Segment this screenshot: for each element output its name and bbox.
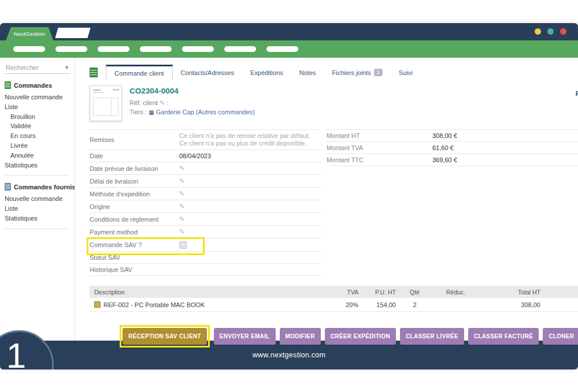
other-orders-link[interactable]: (Autres commandes) xyxy=(196,109,255,115)
montant-ttc-value: 369,60 € xyxy=(432,156,457,163)
window-controls xyxy=(535,28,566,35)
order-reference: CO2304-0004 xyxy=(129,87,255,96)
product-link[interactable]: REF-002 - PC Portable MAC BOOK xyxy=(103,301,205,308)
sidebar-section-commandes: Commandes Nouvelle commande Liste Brouil… xyxy=(5,81,75,176)
tab-suivi[interactable]: Suivi xyxy=(391,65,421,80)
field-row-historique-sav: Historique SAV xyxy=(90,264,321,276)
nav-pill-placeholder[interactable] xyxy=(140,46,172,52)
tab-commande-client[interactable]: Commande client xyxy=(106,65,173,80)
edit-pencil-icon[interactable]: ✎ xyxy=(160,98,165,107)
table-row: REF-002 - PC Portable MAC BOOK 20% 154,0… xyxy=(90,298,578,312)
nav-pill-placeholder[interactable] xyxy=(266,46,298,52)
sidebar-item-annulee[interactable]: Annulée xyxy=(5,151,75,160)
line-pu-ht: 154,00 xyxy=(358,301,396,308)
sidebar-section-commandes-fournisseurs: Commandes fournis... Nouvelle commande L… xyxy=(5,183,75,229)
tab-fichiers-joints[interactable]: Fichiers joints 1 xyxy=(324,65,391,80)
chevron-down-icon: ▼ xyxy=(64,65,69,70)
tab-bar: Commande client Contacts/Adresses Expédi… xyxy=(90,65,578,80)
sidebar-item-livree[interactable]: Livrée xyxy=(5,141,75,151)
field-row-date: Date 08/04/2023 xyxy=(90,150,321,162)
creer-expedition-button[interactable]: CRÉER EXPÉDITION xyxy=(325,328,396,345)
order-header: CO2304-0004 Réf. client ✎ : Tiers : ▦ Ga… xyxy=(90,85,578,121)
search-combobox[interactable]: Rechercher ▼ xyxy=(5,62,71,74)
field-row-payment-method: Payment method ✎ xyxy=(90,226,321,238)
sidebar-item-statistiques[interactable]: Statistiques xyxy=(5,160,75,170)
field-row-delai-livraison: Délai de livraison ✎ xyxy=(90,175,321,188)
envoyer-email-button[interactable]: ENVOYER EMAIL xyxy=(214,328,276,345)
minimize-dot-icon[interactable] xyxy=(535,28,541,35)
field-row-remises: Remises Ce client n'a pas de remise rela… xyxy=(90,129,321,150)
montant-ht-value: 308,00 € xyxy=(432,132,457,139)
sidebar-item-en-cours[interactable]: En cours xyxy=(5,131,75,141)
nav-pill-placeholder[interactable] xyxy=(224,46,256,52)
remises-info-line2: Ce client n'a pas ou plus de crédit disp… xyxy=(179,140,306,147)
maximize-dot-icon[interactable] xyxy=(547,28,554,35)
sav-checkbox[interactable]: ✓ xyxy=(179,241,187,249)
edit-pencil-icon[interactable]: ✎ xyxy=(179,215,184,223)
order-fields-table: Remises Ce client n'a pas de remise rela… xyxy=(90,129,321,276)
edit-pencil-icon[interactable]: ✎ xyxy=(179,203,184,210)
amount-row-ht: Montant HT 308,00 € xyxy=(327,129,578,142)
montant-tva-value: 61,60 € xyxy=(432,144,454,151)
sidebar-item-nouvelle-commande[interactable]: Nouvelle commande xyxy=(5,92,75,102)
sidebar-divider xyxy=(5,175,68,176)
third-party-link[interactable]: Garderie Cap xyxy=(156,109,194,115)
line-total-ht: 308,00 xyxy=(465,301,540,308)
lines-header-row: Description TVA P.U. HT Qté Réduc. Total… xyxy=(90,286,578,298)
field-row-statut-sav: Statut SAV xyxy=(90,252,321,264)
classer-facture-button[interactable]: CLASSER FACTURÉ xyxy=(468,328,539,345)
amount-row-tva: Montant TVA 61,60 € xyxy=(327,142,578,154)
field-row-date-prevue: Date prévue de livraison ✎ xyxy=(90,162,321,175)
sidebar-item-nouvelle-commande-fournisseur[interactable]: Nouvelle commande xyxy=(5,194,75,204)
classer-livree-button[interactable]: CLASSER LIVRÉE xyxy=(400,328,464,345)
tab-notes[interactable]: Notes xyxy=(291,65,324,80)
reception-sav-client-button[interactable]: RÉCEPTION SAV CLIENT xyxy=(123,328,207,345)
nav-pill-placeholder[interactable] xyxy=(55,46,87,52)
nav-pill-placeholder[interactable] xyxy=(13,46,45,52)
tiers-line: Tiers : ▦ Garderie Cap (Autres commandes… xyxy=(129,107,255,117)
nav-pill-placeholder[interactable] xyxy=(182,46,214,52)
field-row-commande-sav: Commande SAV ? ✓ xyxy=(90,238,321,252)
action-buttons-bar: RÉCEPTION SAV CLIENT ENVOYER EMAIL MODIF… xyxy=(120,325,578,348)
field-row-methode-expedition: Méthode d'expédition ✎ xyxy=(90,188,321,200)
sidebar-section-title[interactable]: Commandes fournis... xyxy=(5,183,75,191)
edit-pencil-icon[interactable]: ✎ xyxy=(179,165,184,172)
brand-tab[interactable]: NextGestion xyxy=(6,27,53,40)
sidebar: Rechercher ▼ Commandes Nouvelle commande… xyxy=(0,58,75,341)
line-qty: 2 xyxy=(396,301,433,308)
edit-pencil-icon[interactable]: ✎ xyxy=(179,190,184,197)
close-dot-icon[interactable] xyxy=(560,28,566,35)
order-date-value: 08/04/2023 xyxy=(176,152,211,159)
document-thumbnail[interactable] xyxy=(90,85,122,121)
tab-expeditions[interactable]: Expéditions xyxy=(242,65,291,80)
sidebar-item-brouillon[interactable]: Brouillon xyxy=(5,112,75,122)
search-placeholder: Rechercher xyxy=(6,64,39,71)
app-window: NextGestion Rechercher ▼ Commandes xyxy=(0,23,578,369)
sidebar-divider xyxy=(5,229,68,229)
return-to-list-link[interactable]: Retour liste xyxy=(576,90,578,97)
main-menu-bar xyxy=(0,40,578,58)
sidebar-section-title[interactable]: Commandes xyxy=(5,81,75,89)
attachments-count-badge: 1 xyxy=(374,69,383,76)
sidebar-item-liste-fournisseur[interactable]: Liste xyxy=(5,204,75,214)
product-icon xyxy=(94,301,101,308)
modifier-button[interactable]: MODIFIER xyxy=(280,328,321,345)
sidebar-item-liste[interactable]: Liste xyxy=(5,102,75,112)
nav-pill-placeholder[interactable] xyxy=(98,46,129,52)
cloner-button[interactable]: CLONER xyxy=(543,328,578,345)
sidebar-item-statistiques-fournisseur[interactable]: Statistiques xyxy=(5,214,75,223)
tab-contacts-adresses[interactable]: Contacts/Adresses xyxy=(173,65,242,80)
edit-pencil-icon[interactable]: ✎ xyxy=(179,228,184,236)
annotation-highlight-box: RÉCEPTION SAV CLIENT xyxy=(120,325,210,348)
main-content: Commande client Contacts/Adresses Expédi… xyxy=(75,58,578,341)
edit-pencil-icon[interactable]: ✎ xyxy=(179,177,184,185)
document-icon xyxy=(5,183,11,191)
sidebar-item-validee[interactable]: Validée xyxy=(5,121,75,131)
ref-client-line: Réf. client ✎ : xyxy=(129,98,255,107)
order-lines-table: Description TVA P.U. HT Qté Réduc. Total… xyxy=(90,286,578,312)
line-tva: 20% xyxy=(325,301,358,308)
amount-row-ttc: Montant TTC 369,60 € xyxy=(327,154,578,166)
company-building-icon: ▦ xyxy=(149,109,154,115)
brand-ghost-tab xyxy=(55,28,90,38)
amounts-table: Montant HT 308,00 € Montant TVA 61,60 € … xyxy=(327,129,578,276)
